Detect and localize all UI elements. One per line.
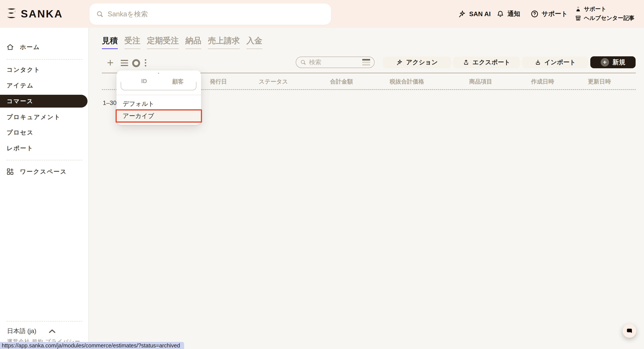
sidebar-procurement-label: プロキュアメント — [0, 113, 61, 121]
list-view-icon[interactable] — [121, 60, 128, 66]
home-icon — [6, 43, 14, 51]
plus-icon: + — [601, 58, 609, 66]
tab-estimates[interactable]: 見積 — [102, 35, 118, 49]
logo-text: SANKA — [21, 8, 63, 20]
search-icon — [300, 59, 306, 65]
view-option-default[interactable]: デフォルト — [116, 98, 201, 109]
sidebar-contacts-label: コンタクト — [0, 66, 40, 74]
store-icon — [575, 15, 581, 21]
column-header-created-at[interactable]: 作成日時 — [531, 78, 554, 85]
language-label: 日本語 (ja) — [7, 327, 36, 335]
filter-icon[interactable] — [362, 59, 370, 66]
dropdown-caret-dot — [158, 73, 159, 74]
notifications-label: 通知 — [508, 9, 520, 18]
new-button[interactable]: + 新規 — [590, 56, 636, 68]
user-menu[interactable]: サポート ヘルプセンター記事 — [575, 5, 634, 22]
chevron-up-icon — [48, 329, 56, 333]
help-center-row[interactable]: ヘルプセンター記事 — [575, 14, 634, 22]
column-header-updated-at[interactable]: 更新日時 — [588, 78, 611, 85]
sanka-logo[interactable]: SANKA — [7, 7, 63, 20]
global-search[interactable] — [90, 3, 331, 25]
tab-recurring-orders[interactable]: 定期受注 — [147, 35, 179, 49]
table-search[interactable] — [296, 56, 374, 68]
san-ai-label: SAN AI — [469, 10, 490, 18]
chat-bubble-icon — [626, 328, 633, 334]
sidebar-divider — [7, 59, 82, 60]
pagination-range: 1–30 — [103, 99, 116, 106]
table-search-input[interactable] — [309, 59, 360, 66]
sidebar-item-items[interactable]: アイテム — [0, 80, 88, 91]
tab-payments[interactable]: 入金 — [246, 35, 262, 49]
search-icon — [96, 10, 104, 18]
more-options-icon[interactable] — [145, 59, 146, 66]
new-label: 新規 — [612, 58, 626, 67]
notifications-button[interactable]: 通知 — [496, 0, 520, 28]
sidebar-divider — [7, 321, 82, 322]
sidebar-home-label: ホーム — [14, 43, 40, 51]
column-header-customer[interactable]: 顧客 — [172, 78, 184, 85]
sidebar-item-workspace[interactable]: ワークスペース — [0, 166, 88, 177]
sidebar-item-process[interactable]: プロセス — [0, 127, 88, 138]
export-icon — [463, 59, 470, 66]
column-header-id[interactable]: ID — [141, 78, 147, 85]
sidebar: ホーム コンタクト アイテム コマース プロキュアメント プロセス レポート — [0, 28, 89, 349]
support-label: サポート — [542, 9, 568, 18]
sidebar-commerce-label: コマース — [0, 97, 34, 105]
column-header-status[interactable]: ステータス — [259, 78, 288, 85]
dropdown-divider — [116, 95, 201, 95]
support-button[interactable]: サポート — [531, 0, 568, 28]
import-label: インポート — [544, 58, 576, 66]
sidebar-item-contacts[interactable]: コンタクト — [0, 64, 88, 75]
sidebar-divider — [7, 160, 82, 160]
sparkle-wand-icon — [396, 59, 403, 66]
language-selector[interactable]: 日本語 (ja) — [7, 327, 56, 335]
bell-icon — [496, 10, 504, 18]
topbar: SANKA SAN AI 通知 — [0, 0, 644, 28]
sidebar-process-label: プロセス — [0, 129, 34, 136]
sidebar-footer-links[interactable]: 運営会社 規約 プライバシー — [7, 338, 80, 342]
action-label: アクション — [406, 58, 438, 66]
view-option-archive-highlighted[interactable]: アーカイブ — [116, 109, 202, 123]
export-button[interactable]: エクスポート — [453, 56, 520, 68]
add-view-icon[interactable] — [106, 59, 114, 67]
tab-orders[interactable]: 受注 — [124, 35, 140, 49]
sidebar-item-reports[interactable]: レポート — [0, 143, 88, 154]
sidebar-item-home[interactable]: ホーム — [0, 42, 88, 52]
column-header-subtotal[interactable]: 税抜合計価格 — [390, 78, 424, 85]
sanka-logo-icon — [7, 7, 16, 20]
tab-sales-invoices[interactable]: 売上請求 — [208, 35, 240, 49]
user-support-label: サポート — [584, 5, 606, 12]
workspace-grid-plus-icon — [6, 168, 14, 176]
sidebar-reports-label: レポート — [0, 144, 34, 152]
user-support-row[interactable]: サポート — [575, 5, 634, 12]
san-ai-button[interactable]: SAN AI — [458, 0, 490, 28]
view-filter-input[interactable] — [121, 82, 196, 90]
import-icon — [534, 59, 541, 66]
sidebar-items-label: アイテム — [0, 81, 34, 89]
sidebar-item-procurement[interactable]: プロキュアメント — [0, 112, 88, 122]
tab-deliveries[interactable]: 納品 — [186, 35, 201, 49]
global-search-input[interactable] — [108, 10, 324, 18]
view-dropdown-menu: デフォルト アーカイブ — [116, 70, 201, 125]
help-center-label: ヘルプセンター記事 — [584, 14, 634, 22]
import-button[interactable]: インポート — [522, 56, 588, 68]
column-header-issue-date[interactable]: 発行日 — [210, 78, 227, 85]
browser-status-bar: https://app.sanka.com/ja/modules/commerc… — [0, 342, 184, 349]
sparkle-wand-icon — [458, 10, 466, 18]
sidebar-workspace-label: ワークスペース — [14, 168, 67, 176]
question-circle-icon — [531, 10, 538, 18]
sidebar-item-commerce-active[interactable]: コマース — [0, 95, 88, 108]
action-button[interactable]: アクション — [383, 56, 451, 68]
app-window: SANKA SAN AI 通知 — [0, 0, 644, 349]
status-circle-icon[interactable] — [132, 59, 140, 67]
module-tabs: 見積 受注 定期受注 納品 売上請求 入金 — [102, 35, 262, 49]
person-icon — [575, 6, 581, 12]
column-header-line-items[interactable]: 商品項目 — [469, 78, 492, 85]
column-header-total[interactable]: 合計金額 — [330, 78, 353, 85]
export-label: エクスポート — [472, 58, 510, 66]
chat-widget-button[interactable] — [622, 324, 636, 338]
